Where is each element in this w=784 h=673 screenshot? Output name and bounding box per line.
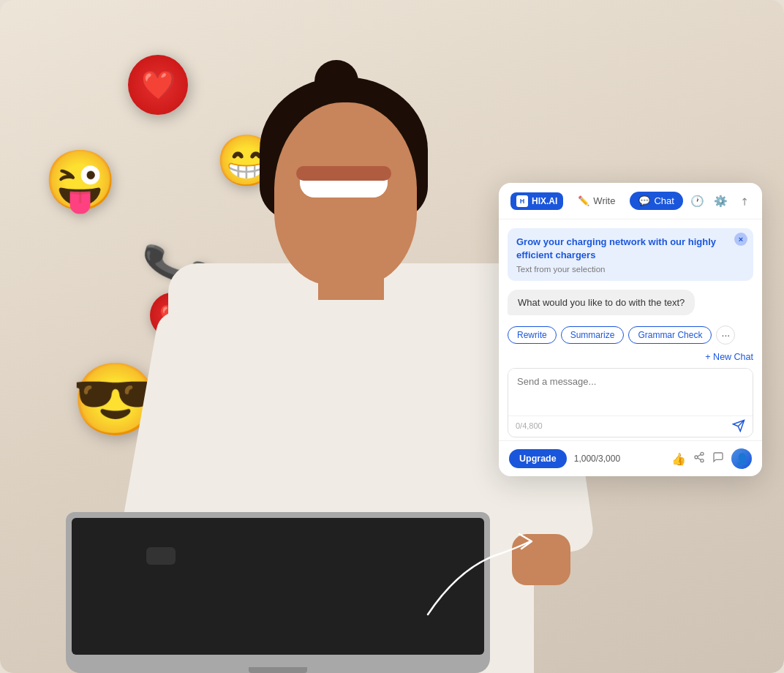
user-avatar[interactable]: 👤 xyxy=(731,448,752,469)
emoji-heart-circle-1: ❤️ xyxy=(128,55,188,115)
share-icon[interactable] xyxy=(693,451,705,466)
summarize-chip[interactable]: Summarize xyxy=(561,326,625,344)
arrow-annotation xyxy=(406,527,552,629)
chat-icon-bottom[interactable] xyxy=(712,451,724,466)
neck xyxy=(318,256,384,300)
bottom-actions: 👍 👤 xyxy=(671,448,752,469)
tab-write[interactable]: ✏️ Write xyxy=(569,192,624,210)
tab-chat-label: Chat xyxy=(654,195,674,206)
input-footer: 0/4,800 xyxy=(508,416,753,437)
hix-panel: H HIX.AI ✏️ Write 💬 Chat 🕐 ⚙️ ↗ × Grow y… xyxy=(499,183,762,476)
laptop-notch xyxy=(249,667,307,673)
logo-icon: H xyxy=(516,195,528,207)
emoji-grinning-tongue: 😜 xyxy=(44,146,117,215)
svg-line-5 xyxy=(698,458,701,460)
svg-point-3 xyxy=(695,456,698,459)
more-actions-button[interactable]: ··· xyxy=(716,326,735,345)
tab-chat[interactable]: 💬 Chat xyxy=(630,192,682,210)
write-icon: ✏️ xyxy=(578,195,589,206)
hix-logo: H HIX.AI xyxy=(510,192,563,210)
svg-point-2 xyxy=(701,453,704,456)
watch xyxy=(146,547,176,565)
panel-bottom: Upgrade 1,000/3,000 👍 👤 xyxy=(499,440,762,476)
chat-bubble-area: What would you like to do with the text? xyxy=(499,290,762,321)
panel-header: H HIX.AI ✏️ Write 💬 Chat 🕐 ⚙️ ↗ xyxy=(499,183,762,219)
usage-text: 1,000/3,000 xyxy=(574,454,620,464)
rewrite-chip[interactable]: Rewrite xyxy=(508,326,557,344)
grammar-check-chip[interactable]: Grammar Check xyxy=(628,326,712,344)
new-chat-button[interactable]: + New Chat xyxy=(705,352,753,362)
chat-bubble: What would you like to do with the text? xyxy=(508,290,695,315)
new-chat-row: + New Chat xyxy=(499,352,762,368)
logo-text: HIX.AI xyxy=(532,196,557,206)
close-selection-button[interactable]: × xyxy=(734,233,747,246)
selection-main-text: Grow your charging network with our high… xyxy=(516,236,745,262)
chat-icon: 💬 xyxy=(638,195,650,206)
selection-box: × Grow your charging network with our hi… xyxy=(508,228,753,281)
char-count: 0/4,800 xyxy=(516,421,543,430)
settings-button[interactable]: ⚙️ xyxy=(712,192,730,210)
svg-line-6 xyxy=(698,455,701,457)
external-link-button[interactable]: ↗ xyxy=(732,189,757,214)
history-button[interactable]: 🕐 xyxy=(689,192,706,210)
send-button[interactable] xyxy=(732,419,745,432)
header-actions: 🕐 ⚙️ ↗ xyxy=(689,192,753,210)
action-buttons: Rewrite Summarize Grammar Check ··· xyxy=(499,321,762,352)
tab-write-label: Write xyxy=(593,195,615,206)
svg-point-4 xyxy=(701,459,704,462)
upgrade-button[interactable]: Upgrade xyxy=(509,449,567,468)
message-input-area: 0/4,800 xyxy=(508,368,753,437)
thumbs-up-icon[interactable]: 👍 xyxy=(671,452,686,466)
lips xyxy=(296,166,391,181)
selection-sub-label: Text from your selection xyxy=(516,265,745,274)
message-input[interactable] xyxy=(508,369,753,413)
